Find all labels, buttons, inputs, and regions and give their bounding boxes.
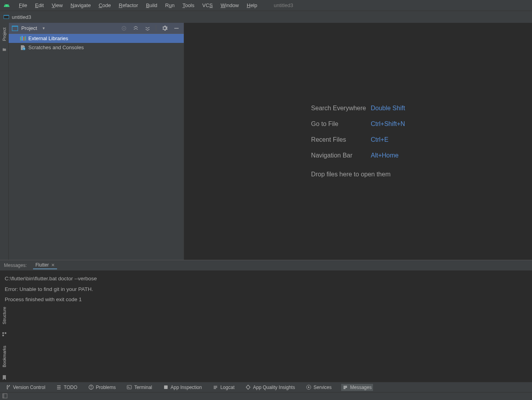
bottom-tool-bar: Version Control TODO Problems Terminal A… [0,382,532,392]
hint-label: Go to File [311,120,366,128]
tool-windows-icon[interactable] [2,393,7,400]
expand-all-icon[interactable] [131,24,140,33]
menu-edit[interactable]: Edit [32,1,47,10]
messages-tool-window: Messages: Flutter ✕ C:\flutter\bin\flutt… [0,260,532,382]
svg-rect-22 [2,335,4,336]
menu-run[interactable]: Run [162,1,178,10]
terminal-icon [127,385,132,390]
hint-label: Search Everywhere [311,105,366,112]
hint-key: Ctrl+E [371,136,405,143]
structure-icon[interactable] [2,332,7,338]
bottom-app-quality[interactable]: App Quality Insights [244,384,297,391]
warning-icon [89,385,94,390]
menu-view[interactable]: View [48,1,66,10]
menu-window[interactable]: Window [218,1,242,10]
menubar-project-name: untitled3 [274,2,293,8]
bottom-logcat[interactable]: Logcat [211,384,236,391]
svg-rect-15 [127,385,131,389]
bottom-messages[interactable]: Messages [341,384,373,391]
svg-point-5 [124,28,125,29]
menu-help[interactable]: Help [244,1,260,10]
editor-empty-state[interactable]: Search Everywhere Double Shift Go to Fil… [184,23,532,260]
messages-tab-flutter[interactable]: Flutter ✕ [33,261,57,269]
tree-item-label: External Libraries [28,35,68,41]
close-icon[interactable]: ✕ [51,263,55,268]
svg-rect-3 [13,27,18,31]
bottom-problems[interactable]: Problems [87,384,118,391]
hint-label: Recent Files [311,136,366,143]
svg-rect-13 [91,386,91,388]
status-bar [0,392,532,400]
menu-build[interactable]: Build [143,1,161,10]
console-line: C:\flutter\bin\flutter.bat doctor --verb… [5,276,97,281]
android-logo-icon [3,2,10,9]
play-icon [306,385,311,390]
svg-rect-1 [4,16,9,19]
svg-rect-8 [22,36,23,41]
project-view-icon [12,26,18,31]
svg-rect-6 [174,28,179,29]
project-folder-icon [3,14,9,20]
hint-key: Double Shift [371,105,405,112]
menu-navigate[interactable]: Navigate [67,1,94,10]
tree-item-label: Scratches and Consoles [28,44,84,50]
console-line: Error: Unable to find git in your PATH. [5,286,93,292]
svg-rect-19 [3,394,4,398]
navigation-bar: untitled3 [0,11,532,23]
tree-item-external-libraries[interactable]: External Libraries [9,34,184,43]
rail-project-tab[interactable]: Project [1,25,7,43]
bottom-terminal[interactable]: Terminal [125,384,153,391]
tab-label: Flutter [35,262,49,268]
chevron-down-icon[interactable]: ▼ [42,26,45,30]
hint-key: Ctrl+Shift+N [371,120,405,128]
scratches-icon [20,44,26,51]
svg-rect-16 [164,385,168,389]
menu-tools[interactable]: Tools [179,1,198,10]
messages-tabs: Messages: Flutter ✕ [0,260,532,270]
svg-rect-21 [5,332,6,334]
navbar-project-name[interactable]: untitled3 [12,14,31,20]
menubar: File Edit View Navigate Code Refactor Bu… [0,0,532,11]
diamond-icon [246,385,251,390]
menu-file[interactable]: File [16,1,30,10]
bookmark-icon[interactable] [2,375,6,381]
bottom-version-control[interactable]: Version Control [4,384,47,391]
tree-item-scratches[interactable]: Scratches and Consoles [9,43,184,52]
libraries-icon [20,35,26,42]
project-panel-header: Project ▼ [9,23,184,34]
project-tool-window: Project ▼ External Libraries Scratches a [9,23,184,260]
project-tree[interactable]: External Libraries Scratches and Console… [9,34,184,260]
menu-code[interactable]: Code [96,1,114,10]
rail-structure-tab[interactable]: Structure [1,304,7,327]
separator [156,25,156,31]
hint-label: Navigation Bar [311,152,366,159]
bottom-todo[interactable]: TODO [55,384,79,391]
project-panel-title[interactable]: Project [21,25,37,31]
svg-rect-9 [23,37,24,41]
left-tool-rail: Project [0,23,9,260]
collapse-all-icon[interactable] [143,24,152,33]
logcat-icon [213,385,218,390]
svg-rect-14 [91,388,91,389]
svg-rect-10 [25,36,26,41]
hint-key: Alt+Home [371,152,405,159]
hide-icon[interactable] [172,24,181,33]
svg-rect-20 [2,332,4,334]
menu-vcs[interactable]: VCS [199,1,216,10]
bottom-app-inspection[interactable]: App Inspection [162,384,203,391]
main-area: Project Project ▼ External Lib [0,23,532,260]
rail-bookmarks-tab[interactable]: Bookmarks [1,343,7,370]
messages-icon [343,385,348,390]
locate-icon[interactable] [120,24,128,33]
shortcut-hints: Search Everywhere Double Shift Go to Fil… [311,105,405,178]
menu-refactor[interactable]: Refactor [116,1,141,10]
bottom-services[interactable]: Services [305,384,333,391]
gear-icon[interactable] [160,24,169,33]
rail-folder-icon[interactable] [2,47,7,53]
drop-files-hint: Drop files here to open them [311,171,405,178]
messages-output[interactable]: C:\flutter\bin\flutter.bat doctor --verb… [0,270,532,382]
branch-icon [6,385,11,390]
inspection-icon [163,385,168,390]
list-icon [56,385,61,390]
svg-rect-7 [20,37,21,41]
